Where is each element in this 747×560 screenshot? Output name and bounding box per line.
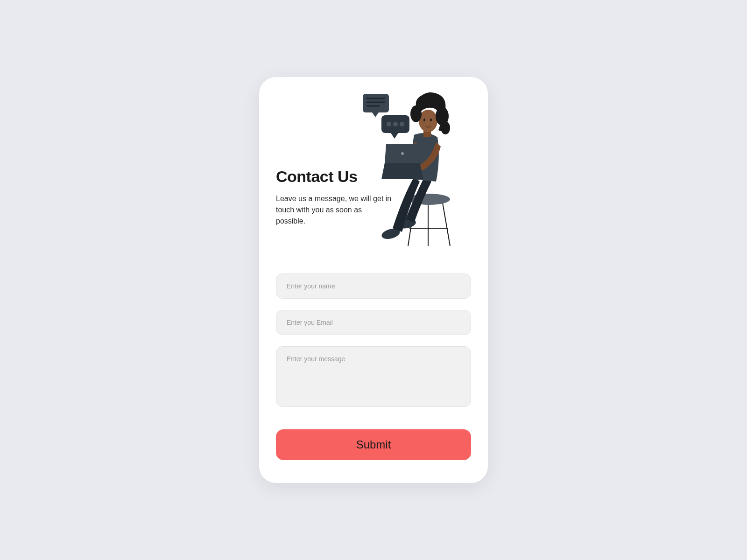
svg-point-16 [430,119,432,121]
submit-button[interactable]: Submit [276,429,471,460]
svg-point-22 [387,122,391,126]
person-with-laptop-icon [359,88,480,247]
svg-point-24 [400,122,404,126]
svg-rect-17 [363,94,389,112]
svg-point-14 [441,121,450,134]
contact-form: Submit [276,273,471,460]
svg-point-15 [423,119,425,121]
svg-line-1 [442,200,450,246]
svg-point-23 [393,122,398,126]
contact-card: Contact Us Leave us a message, we will g… [259,77,488,483]
email-input[interactable] [276,310,471,335]
svg-point-12 [410,105,422,122]
name-input[interactable] [276,273,471,299]
svg-point-11 [419,110,437,132]
message-input[interactable] [276,346,471,407]
svg-point-9 [401,152,404,155]
